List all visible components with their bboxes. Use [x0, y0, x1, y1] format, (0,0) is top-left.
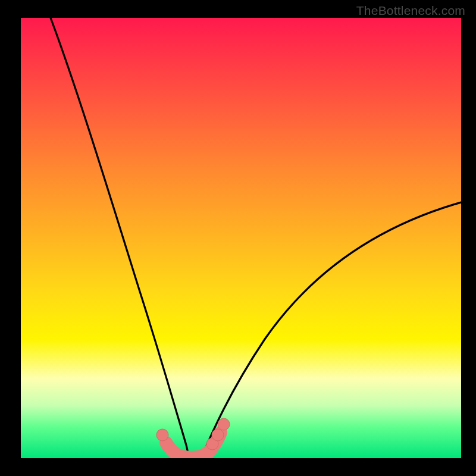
chart-frame: TheBottleneck.com	[0, 0, 476, 476]
right-curve	[201, 202, 461, 458]
marker-dot	[156, 429, 168, 441]
plot-area	[21, 18, 461, 458]
left-curve	[51, 18, 189, 458]
watermark: TheBottleneck.com	[356, 4, 465, 18]
marker-dot	[212, 429, 224, 441]
marker-dot	[218, 418, 230, 430]
chart-svg	[21, 18, 461, 458]
